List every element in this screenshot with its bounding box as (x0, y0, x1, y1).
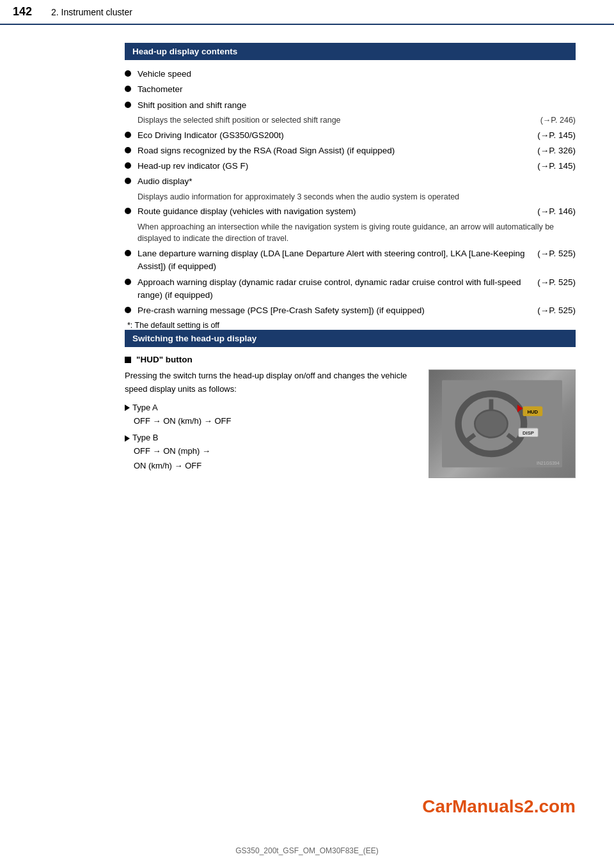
type-b-sequence-1: OFF → ON (mph) → (134, 445, 418, 458)
list-item-route: Route guidance display (vehicles with na… (125, 205, 576, 218)
item-text-head-up-rev: Head-up rev indicator (GS F) (138, 160, 531, 173)
list-item-approach: Approach warning display (dynamic radar … (125, 276, 576, 302)
bullet-dot (125, 178, 131, 184)
list-item-tachometer: Tachometer (125, 83, 576, 96)
subnote-audio-text: Displays audio information for approxima… (138, 192, 459, 201)
hud-image-inner: HUD DISP IN21GS394 (429, 370, 575, 477)
page-container: 142 2. Instrument cluster Head-up displa… (0, 0, 614, 868)
hud-contents-list: Vehicle speed Tachometer Shift position … (125, 68, 576, 112)
subnote-route-text: When approaching an intersection while t… (138, 222, 554, 244)
item-ref-lane: (→P. 525) (537, 247, 576, 260)
subnote-shift-ref: (→P. 246) (540, 114, 576, 127)
item-text-lane: Lane departure warning display (LDA [Lan… (138, 247, 531, 274)
subsection-title: "HUD" button (136, 355, 193, 364)
list-item-lane: Lane departure warning display (LDA [Lan… (125, 247, 576, 274)
chapter-title: 2. Instrument cluster (51, 7, 132, 17)
item-ref-approach: (→P. 525) (537, 276, 576, 289)
item-ref-road-signs: (→P. 326) (537, 144, 576, 157)
item-ref-route: (→P. 146) (537, 205, 576, 218)
footnote: *: The default setting is off (125, 321, 576, 330)
svg-point-2 (475, 410, 507, 438)
item-text-precrash: Pre-crash warning message (PCS [Pre-Cras… (138, 304, 531, 317)
bullet-dot (125, 102, 131, 108)
content-area: Head-up display contents Vehicle speed T… (0, 25, 614, 491)
right-triangle-icon-a (125, 405, 130, 411)
hud-button-image: HUD DISP IN21GS394 (429, 369, 576, 478)
section1-header: Head-up display contents (125, 43, 576, 60)
list-item-head-up-rev: Head-up rev indicator (GS F) (→P. 145) (125, 160, 576, 173)
subnote-shift: Displays the selected shift position or … (125, 114, 576, 127)
bullet-dot (125, 307, 131, 313)
right-triangle-icon-b (125, 435, 130, 442)
item-ref-eco: (→P. 145) (537, 129, 576, 142)
list-item-road-signs: Road signs recognized by the RSA (Road S… (125, 144, 576, 157)
type-a-label: Type A (132, 401, 158, 415)
type-b-label-row: Type B (125, 431, 418, 445)
footnote-text: *: The default setting is off (127, 321, 219, 330)
watermark-text: CarManuals2.com (422, 796, 576, 816)
bullet-dot (125, 70, 131, 77)
hud-content: Pressing the switch turns the head-up di… (125, 369, 576, 478)
svg-text:HUD: HUD (528, 409, 539, 415)
item-text-eco: Eco Driving Indicator (GS350/GS200t) (138, 129, 531, 142)
svg-text:DISP: DISP (523, 430, 534, 436)
bullet-dot (125, 147, 131, 153)
hud-contents-list-3: Route guidance display (vehicles with na… (125, 205, 576, 218)
header-bar: 142 2. Instrument cluster (0, 0, 614, 25)
list-item-precrash: Pre-crash warning message (PCS [Pre-Cras… (125, 304, 576, 317)
subnote-shift-text: Displays the selected shift position or … (138, 114, 341, 127)
item-text-vehicle-speed: Vehicle speed (138, 68, 576, 81)
watermark: CarManuals2.com (422, 796, 576, 817)
footer: GS350_200t_GSF_OM_OM30F83E_(EE) (0, 846, 614, 855)
hud-contents-list-4: Lane departure warning display (LDA [Lan… (125, 247, 576, 317)
item-ref-head-up-rev: (→P. 145) (537, 160, 576, 173)
hud-contents-list-2: Eco Driving Indicator (GS350/GS200t) (→P… (125, 129, 576, 189)
list-item-eco: Eco Driving Indicator (GS350/GS200t) (→P… (125, 129, 576, 142)
item-text-approach: Approach warning display (dynamic radar … (138, 276, 531, 302)
bullet-dot (125, 86, 131, 92)
item-text-shift: Shift position and shift range (138, 99, 576, 112)
page-number: 142 (13, 5, 45, 19)
item-text-road-signs: Road signs recognized by the RSA (Road S… (138, 144, 531, 157)
list-item-audio: Audio display* (125, 175, 576, 188)
footer-text: GS350_200t_GSF_OM_OM30F83E_(EE) (235, 846, 378, 855)
type-b-label: Type B (132, 431, 158, 445)
type-a-sequence: OFF → ON (km/h) → OFF (134, 415, 418, 428)
list-item-shift-position: Shift position and shift range (125, 99, 576, 112)
item-ref-precrash: (→P. 525) (537, 304, 576, 317)
bullet-dot (125, 279, 131, 285)
bullet-dot (125, 250, 131, 256)
subsection-header: "HUD" button (125, 355, 576, 364)
hud-diagram-svg: HUD DISP IN21GS394 (442, 373, 562, 475)
hud-description: Pressing the switch turns the head-up di… (125, 369, 418, 396)
item-text-tachometer: Tachometer (138, 83, 576, 96)
subnote-route: When approaching an intersection while t… (125, 221, 576, 245)
item-text-route: Route guidance display (vehicles with na… (138, 205, 531, 218)
subnote-audio: Displays audio information for approxima… (125, 191, 576, 203)
bullet-dot (125, 162, 131, 169)
bullet-dot (125, 132, 131, 138)
hud-description-block: Pressing the switch turns the head-up di… (125, 369, 418, 478)
black-square-icon (125, 357, 131, 363)
section2-header: Switching the head-up display (125, 330, 576, 347)
item-text-audio: Audio display* (138, 175, 576, 188)
type-a-label-row: Type A (125, 401, 418, 415)
svg-text:IN21GS394: IN21GS394 (537, 461, 560, 465)
list-item-vehicle-speed: Vehicle speed (125, 68, 576, 81)
type-b-sequence-2: ON (km/h) → OFF (134, 460, 418, 473)
bullet-dot (125, 208, 131, 214)
